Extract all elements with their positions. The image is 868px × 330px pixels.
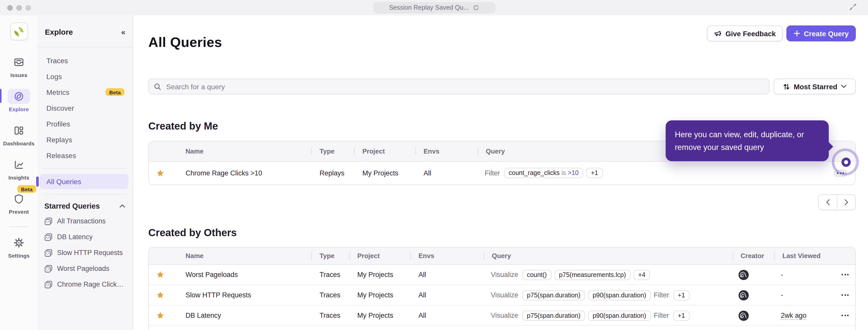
onboarding-pulse-dot (841, 158, 851, 167)
column-header-query: Query (484, 248, 733, 265)
query-clause-label: Visualize (491, 271, 518, 279)
row-actions-button[interactable] (838, 271, 852, 279)
header-spacer (149, 248, 177, 265)
starred-query-all-transactions[interactable]: All Transactions (38, 213, 132, 229)
next-page-button[interactable] (837, 195, 855, 210)
close-window-icon[interactable] (7, 5, 13, 10)
actions-cell (832, 169, 855, 177)
starred-query-label: All Transactions (57, 217, 106, 225)
row-actions-button[interactable] (834, 169, 847, 177)
rail-item-explore[interactable]: Explore (0, 89, 38, 112)
tab-title: Session Replay Saved Qu... (389, 4, 469, 11)
traffic-lights[interactable] (7, 5, 31, 10)
query-search[interactable] (148, 79, 770, 94)
sidebar-item-replays[interactable]: Replays (40, 131, 128, 147)
star-toggle[interactable] (156, 292, 164, 299)
query-name-link[interactable]: DB Latency (186, 312, 221, 320)
row-actions-button[interactable] (838, 292, 852, 299)
star-toggle[interactable] (156, 169, 164, 177)
collapse-section-icon[interactable] (119, 204, 125, 208)
star-toggle[interactable] (156, 312, 164, 320)
sidebar-item-traces[interactable]: Traces (40, 53, 128, 68)
sidebar-item-releases[interactable]: Releases (40, 147, 128, 163)
column-header-name: Name (177, 248, 311, 265)
name-cell: Chrome Rage Clicks >10 (177, 169, 311, 177)
starred-query-label: Slow HTTP Requests (57, 249, 123, 257)
sidebar-item-all-queries[interactable]: All Queries (40, 174, 128, 189)
starred-query-chrome-rage-click-[interactable]: Chrome Rage Click… (38, 276, 132, 292)
query-chip: +4 (633, 270, 650, 280)
star-toggle[interactable] (156, 271, 164, 279)
row-star-cell (149, 169, 177, 177)
last-viewed-cell: - (774, 271, 836, 279)
rail-item-label: Prevent (9, 209, 29, 215)
query-name-link[interactable]: Worst Pageloads (186, 271, 238, 279)
pagination (818, 194, 856, 210)
sidebar-item-profiles[interactable]: Profiles (40, 116, 128, 131)
sidebar-item-label: Logs (46, 72, 62, 80)
sidebar-item-label: All Queries (46, 178, 81, 186)
actions-cell (836, 271, 855, 279)
org-avatar[interactable] (10, 23, 28, 40)
sort-button[interactable]: Most Starred (774, 79, 856, 94)
rail-item-insights[interactable]: Insights (0, 157, 38, 181)
query-chip: p75(span.duration) (522, 311, 585, 321)
starred-query-worst-pageloads[interactable]: Worst Pageloads (38, 261, 132, 276)
sidebar-item-logs[interactable]: Logs (40, 68, 128, 84)
sidebar-item-label: Traces (46, 56, 68, 64)
sidebar-item-discover[interactable]: Discover (40, 100, 128, 116)
rail-item-prevent[interactable]: BetaPrevent (0, 191, 38, 215)
give-feedback-button[interactable]: Give Feedback (707, 26, 783, 41)
last-viewed-cell: 2wk ago (774, 312, 836, 320)
reload-icon[interactable] (473, 5, 479, 11)
megaphone-icon (714, 30, 722, 37)
rail-item-settings[interactable]: Settings (0, 235, 38, 259)
starred-query-db-latency[interactable]: DB Latency (38, 229, 132, 245)
create-query-button[interactable]: Create Query (786, 26, 856, 41)
plus-icon (794, 30, 800, 37)
table-row: DB LatencyTracesMy ProjectsAllVisualizep… (149, 306, 855, 326)
starred-query-slow-http-requests[interactable]: Slow HTTP Requests (38, 245, 132, 261)
name-cell: Slow HTTP Requests (177, 292, 311, 299)
row-actions-button[interactable] (838, 312, 852, 320)
query-chip: +1 (673, 290, 690, 300)
table-row: Slow HTTP RequestsTracesMy ProjectsAllVi… (149, 286, 855, 306)
minimize-window-icon[interactable] (16, 5, 22, 10)
creator-cell (733, 290, 774, 300)
query-chip: +1 (586, 168, 603, 178)
browser-tab[interactable]: Session Replay Saved Qu... (373, 2, 495, 13)
rail-item-dashboards[interactable]: Dashboards (0, 123, 38, 146)
prev-page-button[interactable] (818, 195, 837, 210)
query-name-link[interactable]: Chrome Rage Clicks >10 (186, 169, 262, 177)
saved-query-icon (44, 265, 53, 273)
creator-cell (733, 311, 774, 321)
fullscreen-icon[interactable] (849, 3, 857, 11)
chip-text: >10 (568, 170, 579, 177)
name-cell: DB Latency (177, 312, 311, 320)
table-row: Chrome Rage Clicks >10ReplaysMy Projects… (149, 162, 855, 185)
search-input[interactable] (165, 82, 764, 91)
insights-icon (8, 157, 30, 172)
created-by-others-table: NameTypeProjectEnvsQueryCreatorLast View… (148, 247, 856, 330)
query-name-link[interactable]: Slow HTTP Requests (186, 292, 251, 299)
sidebar-item-metrics[interactable]: MetricsBeta (40, 84, 128, 100)
create-query-label: Create Query (804, 29, 849, 37)
dashboards-icon (8, 123, 30, 138)
saved-query-icon (44, 233, 53, 241)
row-star-cell (149, 271, 177, 279)
project-cell: My Projects (349, 271, 410, 279)
sidebar-item-label: Releases (46, 151, 76, 159)
creator-avatar (739, 270, 749, 280)
sort-icon (783, 83, 790, 90)
zoom-window-icon[interactable] (26, 5, 31, 10)
primary-sidebar: IssuesExploreDashboardsInsightsBetaPreve… (0, 15, 38, 330)
query-clause-label: Filter (654, 312, 669, 320)
onboarding-tooltip: Here you can view, edit, duplicate, or r… (665, 120, 829, 161)
query-cell: Filtercount_rage_clicks is >10+1 (477, 168, 728, 178)
rail-item-label: Insights (8, 174, 29, 181)
query-cell: Visualizecount()p75(measurements.lcp)+4 (484, 270, 733, 280)
rail-item-issues[interactable]: Issues (0, 55, 38, 78)
collapse-panel-icon[interactable]: « (121, 27, 125, 36)
sidebar-item-label: Discover (46, 104, 74, 112)
query-clause-label: Visualize (491, 292, 518, 299)
